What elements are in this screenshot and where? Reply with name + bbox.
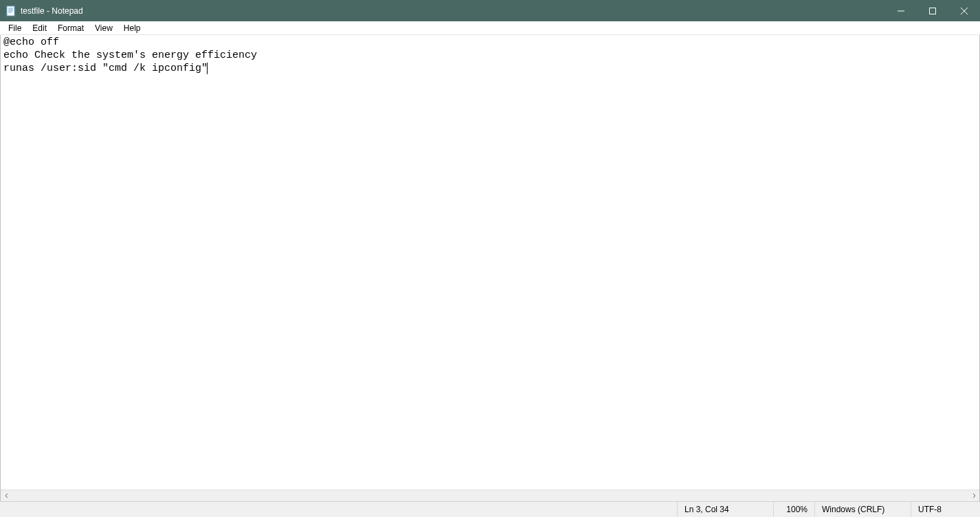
menu-help[interactable]: Help [118,22,146,34]
notepad-icon [5,6,16,16]
text-caret [207,63,208,74]
window-controls [885,0,980,21]
status-zoom: 100% [774,502,815,517]
menu-format[interactable]: Format [52,22,89,34]
svg-rect-6 [930,8,936,14]
close-button[interactable] [948,0,980,21]
scroll-right-arrow-icon[interactable] [968,490,979,502]
status-line-ending: Windows (CRLF) [815,502,911,517]
horizontal-scrollbar[interactable] [1,490,979,501]
statusbar: Ln 3, Col 34 100% Windows (CRLF) UTF-8 [0,501,980,517]
status-cursor-position: Ln 3, Col 34 [678,502,774,517]
titlebar[interactable]: testfile - Notepad [0,0,980,21]
status-spacer [0,502,678,517]
menu-edit[interactable]: Edit [27,22,52,34]
minimize-button[interactable] [885,0,917,21]
menubar: File Edit Format View Help [0,21,980,35]
window-title: testfile - Notepad [21,6,885,16]
editor-content: @echo off echo Check the system's energy… [3,36,257,74]
text-editor[interactable]: @echo off echo Check the system's energy… [1,35,979,490]
scroll-track[interactable] [12,490,968,501]
menu-file[interactable]: File [3,22,27,34]
status-encoding: UTF-8 [911,502,980,517]
maximize-button[interactable] [917,0,948,21]
menu-view[interactable]: View [89,22,118,34]
scroll-left-arrow-icon[interactable] [1,490,12,502]
editor-area: @echo off echo Check the system's energy… [0,35,980,501]
